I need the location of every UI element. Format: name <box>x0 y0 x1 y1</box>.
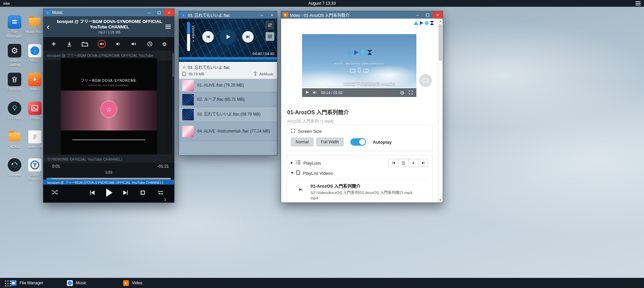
music-scrollbar[interactable] <box>172 51 174 163</box>
video-screen[interactable]: ArozOS - Web Desktop System written in G… <box>302 34 416 97</box>
close-button[interactable]: × <box>267 11 277 19</box>
scroll-up-arrow[interactable]: ▲ <box>438 19 443 24</box>
flac-seek-bar[interactable] <box>179 57 277 62</box>
selected-playlist-row[interactable]: bosquet @ フリーBGM (DOVA-SYNDROME OFFICIAL… <box>43 179 174 185</box>
pip-button[interactable] <box>419 74 432 87</box>
open-folder-icon[interactable] <box>82 41 88 47</box>
playlist-menu-button[interactable] <box>266 32 274 41</box>
autoplay-toggle[interactable] <box>350 138 366 146</box>
app-launcher-icon[interactable] <box>4 280 11 286</box>
topbar-menu-icon[interactable] <box>636 3 641 4</box>
thumb-logo: ♫ <box>101 101 117 117</box>
previous-track-icon[interactable] <box>89 189 96 198</box>
playlists-label: PlayLists <box>303 161 321 166</box>
scroll-down-arrow[interactable]: ▼ <box>438 197 443 202</box>
taskbar-item-music[interactable]: ♪ Music <box>67 278 123 288</box>
play-icon[interactable] <box>104 187 114 199</box>
back-button[interactable]: ‹ <box>47 22 55 31</box>
taskbar: File Manager ♪ Music ▶ Video <box>0 278 644 288</box>
subtitle-caption: 如果您不知道甚麼是 ArozOS <box>302 80 416 86</box>
download-video-button[interactable] <box>408 159 418 167</box>
video-play-icon[interactable] <box>305 90 309 95</box>
remaining-time: -01:21 <box>157 164 169 170</box>
desktop-icon-file-manager[interactable]: File Manager <box>5 15 24 39</box>
playlist-toolbar <box>389 159 428 167</box>
minimize-button[interactable]: – <box>412 11 422 19</box>
header-menu-icon[interactable] <box>165 26 171 27</box>
settings-gear-icon[interactable]: ⚙ <box>162 42 167 47</box>
minimize-button[interactable]: – <box>257 11 267 19</box>
skip-end-button[interactable] <box>418 159 428 167</box>
desktop-icon-ncku[interactable]: NCKU <box>5 130 24 149</box>
desktop-icon-photo[interactable]: Photo <box>25 101 45 120</box>
expand-caret-icon[interactable] <box>291 172 294 174</box>
add-track-icon[interactable] <box>51 41 57 47</box>
download-icon[interactable] <box>66 41 72 47</box>
desktop-icon-video[interactable]: Video <box>25 73 45 92</box>
music-taskbar-icon: ♪ <box>67 280 73 286</box>
playlist-row[interactable]: 01. ALIVE.flac (79.26 MB) <box>179 79 277 92</box>
video-player[interactable]: ArozOS - Web Desktop System written in G… <box>302 34 416 97</box>
item-skip-icon <box>291 183 310 201</box>
next-track-icon[interactable] <box>122 189 129 198</box>
playlist-video-item[interactable]: 01-ArozOS 入門系列簡介 S2:/Video/ArozOS 入門系列/0… <box>291 179 428 202</box>
stop-icon[interactable] <box>140 190 145 195</box>
desktop-icon-cable-runner[interactable]: T Cable Runner <box>25 158 45 182</box>
playlist-row[interactable]: 02. ループ.flac (85.71 MB) <box>179 92 277 107</box>
flac-window-titlebar[interactable]: ♪ 03. 忘れてもいいよ.flac – × <box>179 11 277 19</box>
fullscreen-icon[interactable] <box>409 90 413 95</box>
desktop-icon-trash-bin[interactable]: Trash Bin <box>5 73 24 92</box>
minimize-button[interactable]: – <box>144 9 154 16</box>
volume-high-icon[interactable] <box>131 41 137 47</box>
history-icon[interactable] <box>147 41 153 47</box>
desktop-icon-imuslab[interactable]: imuslab <box>5 158 24 177</box>
desktop-icon-music-bank[interactable]: Music Bank <box>25 15 45 34</box>
music-window-titlebar[interactable]: ♪ Music – × <box>43 9 174 16</box>
video-overlay-logo <box>302 50 416 55</box>
video-window-titlebar[interactable]: ▶ Video - 01-ArozOS 入門系列簡介 – × <box>281 11 443 19</box>
desktop-icon-system-setting[interactable]: ⚙ System Setting <box>5 44 24 67</box>
clock-label: August 7 13:33 <box>0 1 644 6</box>
desktop-icon-notes-txt[interactable]: notes.txt <box>25 130 45 149</box>
taskbar-item-file-manager[interactable]: File Manager <box>11 278 67 288</box>
desktop-icon-music[interactable]: ♪ Music <box>25 44 45 63</box>
repeat-mode-button[interactable] <box>266 21 274 29</box>
collapse-caret-icon[interactable] <box>291 162 293 164</box>
maximize-button[interactable] <box>422 11 433 19</box>
repeat-icon[interactable] <box>157 190 164 196</box>
video-volume-icon[interactable] <box>313 90 318 95</box>
play-button[interactable] <box>219 28 237 46</box>
mute-icon[interactable] <box>98 40 106 48</box>
skip-start-button[interactable] <box>389 159 399 167</box>
playlist-row[interactable]: 03. 忘れてもいいよ.flac (99.79 MB) <box>179 107 277 122</box>
playlist-row-background[interactable]: SYNDROME OFFICIAL YouTube CHANNEL) mp3 /… <box>43 154 172 163</box>
playlists-header[interactable]: PlayLists <box>291 159 428 167</box>
album-art-thumbnail[interactable]: フリーBGM DOVA-SYNDROME OFFICIAL YouTube CH… <box>61 58 157 154</box>
folder-icon <box>8 130 21 144</box>
queue-list-button[interactable] <box>398 159 409 167</box>
music-window-body: ‹ bosquet @ フリーBGM DOVA-SYNDROME OFFICIA… <box>43 16 174 202</box>
taskbar-item-video[interactable]: ▶ Video <box>123 278 179 288</box>
track-title: 02. ループ.flac (85.71 MB) <box>197 97 245 102</box>
video-subtitle: ArozOS 入門系列 / [.mp4] <box>287 118 433 124</box>
playlist-row[interactable]: 04. ALIVE -Instrumental-.flac (77.24 MB) <box>179 122 277 141</box>
maximize-button[interactable] <box>154 9 164 16</box>
scroll-thumb[interactable] <box>439 24 442 61</box>
selected-row-text: bosquet @ フリーBGM (DOVA-SYNDROME OFFICIAL… <box>47 181 163 185</box>
next-track-button[interactable] <box>242 31 254 43</box>
volume-low-icon[interactable] <box>115 41 121 47</box>
video-settings-icon[interactable]: ⚙ <box>400 90 405 95</box>
playlist-videos-header[interactable]: PlayList Videos <box>291 170 428 176</box>
full-width-button[interactable]: Full Width <box>316 138 344 146</box>
playlist-row-text: SYNDROME OFFICIAL YouTube CHANNEL) <box>47 157 122 161</box>
toggle-knob <box>359 139 365 145</box>
track-title: 04. ALIVE -Instrumental-.flac (77.24 MB) <box>197 129 270 134</box>
normal-size-button[interactable]: Normal <box>291 138 314 146</box>
desktop-icon-iot-hub[interactable]: IoT Hub <box>5 101 24 120</box>
video-time-display: 00:14 / 01:02 <box>321 91 343 95</box>
close-button[interactable]: × <box>433 11 443 19</box>
previous-track-button[interactable] <box>202 31 214 43</box>
close-button[interactable]: × <box>164 9 174 16</box>
video-window-scrollbar[interactable]: ▲ ▼ <box>438 19 443 202</box>
playlists-panel: PlayLists PlayList Videos <box>286 155 433 202</box>
